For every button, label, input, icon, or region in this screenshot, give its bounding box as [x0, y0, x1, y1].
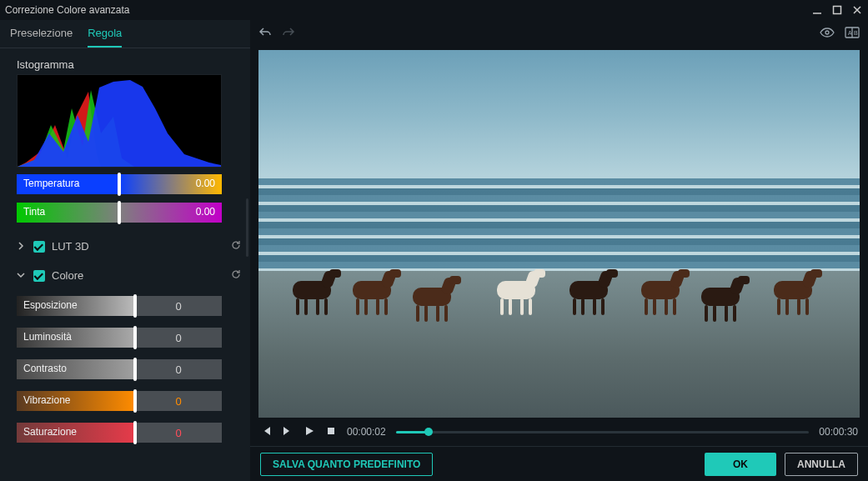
time-current: 00:00:02 — [347, 426, 386, 438]
scrollbar[interactable] — [246, 198, 248, 257]
close-button[interactable] — [851, 4, 863, 16]
temperature-value: 0.00 — [196, 178, 215, 189]
svg-rect-0 — [834, 7, 841, 14]
contrast-label: Contrasto — [23, 363, 67, 374]
chevron-right-icon — [17, 240, 27, 253]
lut3d-checkbox[interactable] — [33, 241, 45, 253]
exposure-slider[interactable]: Esposizione 0 — [17, 296, 222, 316]
redo-button[interactable] — [282, 26, 295, 39]
titlebar: Correzione Colore avanzata — [0, 0, 868, 20]
temperature-slider[interactable]: Temperatura 0.00 — [17, 174, 222, 194]
svg-point-1 — [825, 31, 829, 34]
svg-rect-6 — [328, 428, 334, 434]
tint-label: Tinta — [23, 206, 45, 218]
tint-handle[interactable] — [118, 201, 121, 224]
vibrance-value: 0 — [135, 391, 222, 411]
contrast-value: 0 — [135, 359, 222, 379]
stop-button[interactable] — [325, 425, 337, 439]
chevron-down-icon — [17, 269, 27, 282]
contrast-handle[interactable] — [133, 358, 137, 381]
play-button[interactable] — [304, 425, 315, 439]
compare-ab-icon[interactable]: AB — [845, 26, 860, 39]
lut3d-section[interactable]: LUT 3D — [17, 231, 242, 260]
window-title: Correzione Colore avanzata — [5, 4, 129, 16]
saturation-handle[interactable] — [133, 421, 137, 444]
vibrance-handle[interactable] — [133, 389, 137, 413]
vibrance-slider[interactable]: Vibrazione 0 — [17, 391, 222, 411]
exposure-value: 0 — [135, 296, 222, 316]
brightness-handle[interactable] — [133, 326, 137, 349]
minimize-button[interactable] — [811, 4, 823, 16]
histogram — [17, 74, 222, 168]
color-label: Colore — [52, 269, 83, 282]
eye-icon[interactable] — [820, 25, 835, 40]
saturation-value: 0 — [135, 423, 222, 443]
color-checkbox[interactable] — [33, 270, 45, 282]
exposure-handle[interactable] — [133, 294, 137, 318]
playbar: 00:00:02 00:00:30 — [250, 418, 868, 446]
saturation-slider[interactable]: Saturazione 0 — [17, 423, 222, 443]
time-track[interactable] — [396, 431, 810, 433]
svg-text:B: B — [854, 30, 858, 36]
ok-button[interactable]: OK — [705, 453, 776, 476]
temperature-label: Temperatura — [23, 178, 79, 189]
vibrance-label: Vibrazione — [23, 394, 70, 406]
cancel-button[interactable]: ANNULLA — [785, 453, 858, 476]
svg-text:A: A — [848, 30, 852, 36]
bottombar: SALVA QUANTO PREDEFINITO OK ANNULLA — [250, 446, 868, 481]
contrast-slider[interactable]: Contrasto 0 — [17, 359, 222, 379]
tab-adjust[interactable]: Regola — [88, 27, 122, 48]
prev-frame-button[interactable] — [260, 425, 272, 439]
tab-preset[interactable]: Preselezione — [10, 27, 73, 48]
lut3d-label: LUT 3D — [52, 240, 89, 253]
tint-slider[interactable]: Tinta 0.00 — [17, 203, 222, 223]
maximize-button[interactable] — [831, 4, 843, 16]
brightness-slider[interactable]: Luminosità 0 — [17, 328, 222, 348]
tint-value: 0.00 — [196, 206, 215, 218]
exposure-label: Esposizione — [23, 299, 78, 311]
right-panel: AB — [250, 20, 868, 481]
reset-icon[interactable] — [230, 268, 242, 283]
save-preset-button[interactable]: SALVA QUANTO PREDEFINITO — [260, 453, 433, 476]
saturation-label: Saturazione — [23, 426, 77, 438]
reset-icon[interactable] — [230, 239, 242, 253]
next-frame-button[interactable] — [282, 425, 294, 439]
time-total: 00:00:30 — [819, 426, 858, 438]
time-knob[interactable] — [424, 428, 433, 436]
video-preview[interactable] — [258, 50, 860, 418]
temperature-handle[interactable] — [118, 173, 121, 196]
histogram-label: Istogramma — [17, 58, 242, 71]
left-panel: Preselezione Regola Istogramma Temperatu… — [0, 20, 250, 481]
brightness-label: Luminosità — [23, 331, 72, 343]
brightness-value: 0 — [135, 328, 222, 348]
undo-button[interactable] — [258, 26, 272, 39]
color-section[interactable]: Colore — [17, 260, 242, 289]
